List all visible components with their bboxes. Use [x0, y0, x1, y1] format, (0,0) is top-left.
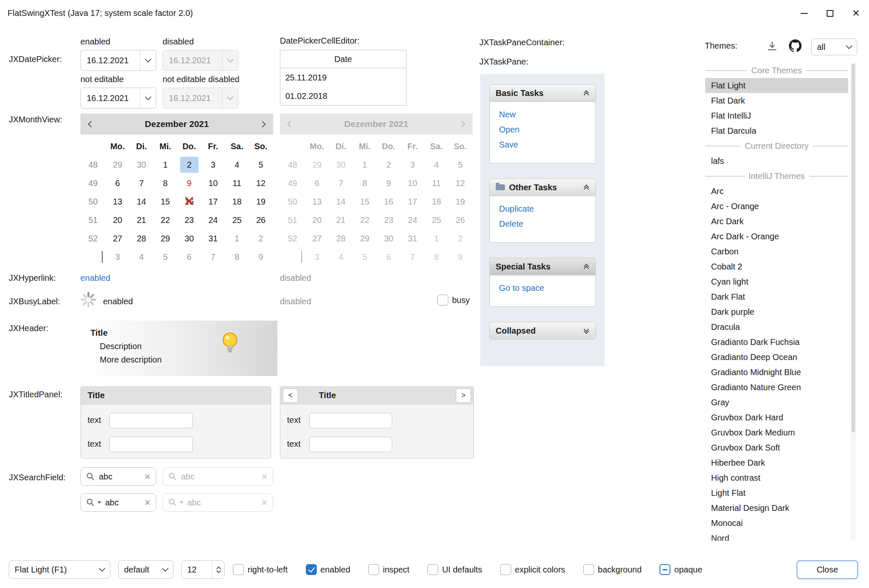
checkbox-inspect[interactable]: inspect — [368, 564, 409, 575]
theme-item-gruvbox-dark-medium[interactable]: Gruvbox Dark Medium — [705, 425, 848, 440]
day-cell[interactable]: 12 — [249, 174, 273, 192]
taskpane-header-collapsed[interactable]: Collapsed — [489, 322, 596, 339]
next-month-button[interactable] — [260, 122, 265, 127]
checkbox-ui-defaults[interactable]: UI defaults — [427, 564, 482, 575]
theme-item-flat-darcula[interactable]: Flat Darcula — [705, 123, 848, 138]
day-cell[interactable]: 28 — [129, 229, 153, 248]
day-cell[interactable]: 1 — [225, 229, 249, 248]
day-cell[interactable]: 7 — [201, 248, 225, 266]
theme-item-gradianto-nature-green[interactable]: Gradianto Nature Green — [705, 380, 848, 395]
day-cell[interactable]: 23 — [177, 211, 201, 229]
day-cell[interactable]: 9 — [249, 248, 273, 266]
day-cell[interactable]: 17 — [201, 192, 225, 211]
theme-item-arc-dark[interactable]: Arc Dark — [705, 214, 848, 229]
taskpane-link-open[interactable]: Open — [490, 122, 595, 137]
text-input[interactable] — [109, 437, 193, 452]
theme-item-nord[interactable]: Nord — [705, 531, 848, 541]
chevron-down-icon[interactable] — [140, 88, 156, 108]
theme-item-lafs[interactable]: lafs — [705, 153, 848, 168]
day-cell[interactable]: 3 — [106, 248, 129, 266]
day-cell[interactable]: 2 — [249, 229, 273, 248]
day-cell[interactable]: 19 — [249, 192, 273, 211]
theme-item-high-contrast[interactable]: High contrast — [705, 470, 848, 485]
date-picker-enabled[interactable]: 16.12.2021 — [80, 50, 156, 71]
day-cell[interactable]: 3 — [201, 155, 225, 174]
day-cell[interactable]: 20 — [106, 211, 129, 229]
table-row[interactable]: 25.11.2019 — [280, 68, 406, 87]
day-cell[interactable]: 7 — [129, 174, 153, 192]
day-cell[interactable]: 26 — [249, 211, 273, 229]
checkbox-explicit-colors[interactable]: explicit colors — [500, 564, 565, 575]
theme-item-flat-intellij[interactable]: Flat IntelliJ — [705, 108, 848, 123]
day-cell[interactable]: 5 — [249, 155, 273, 174]
day-cell[interactable]: 21 — [129, 211, 153, 229]
theme-item-flat-dark[interactable]: Flat Dark — [705, 93, 848, 108]
text-input[interactable] — [309, 437, 392, 452]
font-combo[interactable]: default — [118, 560, 173, 579]
day-cell[interactable]: 15 — [153, 192, 177, 211]
theme-item-cyan-light[interactable]: Cyan light — [705, 274, 848, 289]
hyperlink-enabled[interactable]: enabled — [80, 273, 110, 283]
taskpane-header-other-tasks[interactable]: Other Tasks — [489, 179, 596, 196]
day-cell[interactable]: 4 — [129, 248, 153, 266]
checkbox-busy[interactable]: busy — [437, 295, 470, 306]
day-cell[interactable]: 1 — [153, 155, 177, 174]
taskpane-header-basic-tasks[interactable]: Basic Tasks — [489, 84, 596, 102]
day-cell[interactable]: 6 — [177, 248, 201, 266]
theme-item-monocai[interactable]: Monocai — [705, 515, 848, 531]
taskpane-header-special-tasks[interactable]: Special Tasks — [489, 258, 596, 275]
search-field[interactable]: abc ✕ — [80, 467, 156, 486]
theme-item-cobalt-2[interactable]: Cobalt 2 — [705, 259, 848, 274]
theme-item-material-design-dark[interactable]: Material Design Dark — [705, 500, 848, 515]
day-cell[interactable]: 30 — [177, 229, 201, 248]
theme-item-carbon[interactable]: Carbon — [705, 244, 848, 259]
taskpane-link-save[interactable]: Save — [490, 137, 595, 152]
theme-item-gray[interactable]: Gray — [705, 395, 848, 410]
day-cell[interactable]: 24 — [201, 211, 225, 229]
github-icon[interactable] — [788, 38, 803, 53]
day-cell[interactable]: 4 — [225, 155, 249, 174]
day-cell[interactable]: 8 — [153, 174, 177, 192]
day-cell[interactable]: 14 — [129, 192, 153, 211]
clear-icon[interactable]: ✕ — [144, 498, 151, 508]
previous-month-button[interactable] — [89, 122, 93, 127]
checkbox-enabled[interactable]: enabled — [306, 564, 350, 575]
text-input[interactable] — [309, 413, 392, 428]
day-cell[interactable]: 6 — [106, 174, 129, 192]
day-cell[interactable]: 31 — [201, 229, 225, 248]
theme-item-gradianto-midnight-blue[interactable]: Gradianto Midnight Blue — [705, 365, 848, 380]
day-cell[interactable]: 22 — [153, 211, 177, 229]
search-icon[interactable] — [86, 498, 95, 507]
search-menu-arrow-icon[interactable] — [97, 501, 101, 504]
theme-item-gruvbox-dark-soft[interactable]: Gruvbox Dark Soft — [705, 440, 848, 455]
close-button[interactable]: Close — [797, 560, 858, 579]
day-cell[interactable]: 9 — [177, 174, 201, 192]
date-picker-not-editable[interactable]: 16.12.2021 — [80, 88, 156, 109]
scrollbar-thumb[interactable] — [851, 64, 855, 433]
day-cell[interactable]: 25 — [225, 211, 249, 229]
table-row[interactable]: 01.02.2018 — [280, 87, 406, 105]
theme-item-hiberbee-dark[interactable]: Hiberbee Dark — [705, 455, 848, 470]
taskpane-link-delete[interactable]: Delete — [490, 216, 595, 231]
theme-item-dracula[interactable]: Dracula — [705, 319, 848, 334]
theme-item-gradianto-deep-ocean[interactable]: Gradianto Deep Ocean — [705, 350, 848, 365]
theme-item-dark-flat[interactable]: Dark Flat — [705, 289, 848, 304]
taskpane-link-new[interactable]: New — [490, 107, 595, 122]
font-size-spinner[interactable]: 12 — [181, 560, 225, 579]
spinner-arrows[interactable] — [212, 561, 220, 578]
theme-item-arc-dark-orange[interactable]: Arc Dark - Orange — [705, 229, 848, 244]
theme-item-gruvbox-dark-hard[interactable]: Gruvbox Dark Hard — [705, 410, 848, 425]
theme-item-arc[interactable]: Arc — [705, 184, 848, 199]
day-cell[interactable]: 29 — [153, 229, 177, 248]
panel-prev-button[interactable]: < — [283, 389, 298, 403]
taskpane-link-go-to-space[interactable]: Go to space — [490, 280, 595, 295]
themes-filter-combo[interactable]: all — [811, 39, 857, 55]
day-cell[interactable]: 27 — [106, 229, 129, 248]
search-field-with-menu[interactable]: abc ✕ — [80, 493, 156, 512]
day-cell[interactable]: 5 — [153, 248, 177, 266]
scrollbar-track[interactable] — [851, 63, 856, 541]
maximize-button[interactable] — [817, 0, 843, 26]
day-cell[interactable]: 2 — [177, 155, 201, 174]
chevron-down-icon[interactable] — [140, 50, 156, 70]
day-cell[interactable]: 13 — [106, 192, 129, 211]
